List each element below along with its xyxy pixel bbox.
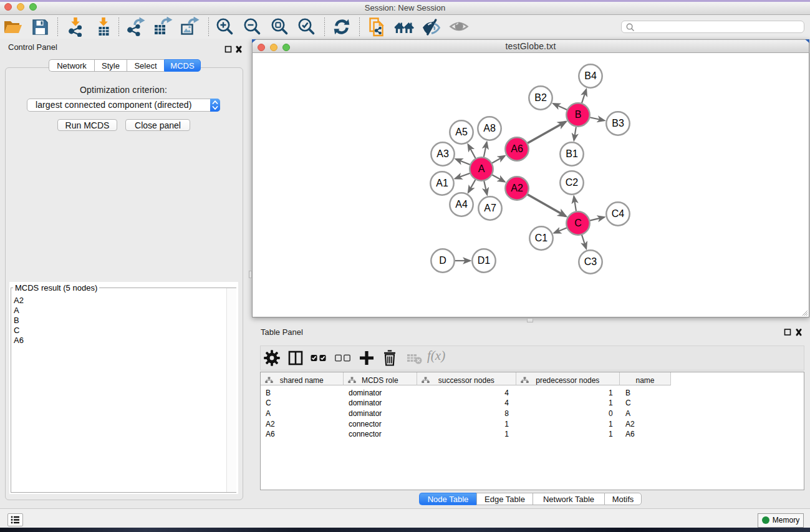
- svg-text:D: D: [439, 255, 446, 266]
- svg-text:A3: A3: [436, 148, 449, 159]
- svg-text:A8: A8: [483, 123, 496, 133]
- svg-text:B3: B3: [612, 118, 624, 128]
- svg-text:A1: A1: [436, 178, 448, 188]
- svg-text:C4: C4: [612, 208, 625, 219]
- svg-text:A7: A7: [484, 203, 496, 213]
- svg-text:B1: B1: [566, 148, 578, 159]
- svg-text:C: C: [574, 218, 582, 228]
- svg-text:C2: C2: [566, 177, 579, 188]
- svg-text:A: A: [478, 163, 485, 174]
- svg-text:D1: D1: [478, 255, 491, 266]
- svg-text:B: B: [575, 109, 582, 120]
- svg-text:A6: A6: [511, 143, 523, 154]
- svg-text:A5: A5: [455, 127, 468, 137]
- svg-text:A2: A2: [511, 183, 523, 193]
- svg-text:C1: C1: [535, 233, 548, 243]
- svg-text:A4: A4: [455, 199, 468, 210]
- svg-text:B2: B2: [534, 92, 547, 103]
- svg-text:B4: B4: [584, 70, 597, 81]
- svg-text:C3: C3: [584, 256, 597, 267]
